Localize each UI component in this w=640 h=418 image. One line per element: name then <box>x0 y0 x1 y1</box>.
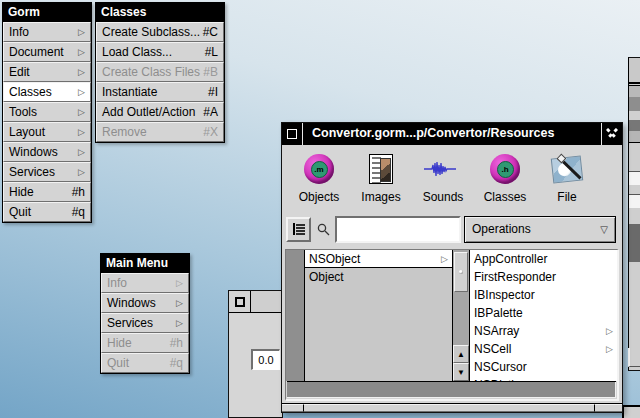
background-edit-window: 0.0 <box>228 290 283 418</box>
menu-item-shortcut: #C <box>203 25 218 39</box>
submenu-arrow-icon: ▷ <box>441 254 448 264</box>
palette-icon <box>629 85 640 143</box>
browser-column-2: AppController FirstResponder IBInspector… <box>470 250 617 381</box>
browser-row-object[interactable]: Object <box>305 268 452 286</box>
miniaturize-button[interactable] <box>282 123 303 145</box>
menu-item-hide[interactable]: Hide #h <box>3 182 91 202</box>
convertor-window: Convertor.gorm...p/Convertor/Resources .… <box>281 122 623 413</box>
menu-item-label: Remove <box>102 125 147 139</box>
browser-row-label: FirstResponder <box>474 270 556 284</box>
scroll-down-button[interactable]: ▼ <box>453 363 469 381</box>
menu-item-tools[interactable]: Tools ▷ <box>3 102 91 122</box>
close-button[interactable] <box>601 123 622 145</box>
gorm-menu: Gorm Info ▷ Document ▷ Edit ▷ Classes ▷ … <box>2 2 92 223</box>
browser-row-label: NSCell <box>474 342 511 356</box>
browser-row-label: NSArray <box>474 324 519 338</box>
classes-icon: .h <box>490 154 520 184</box>
submenu-arrow-icon: ▷ <box>606 326 613 336</box>
menu-item-label: Windows <box>9 145 58 159</box>
submenu-arrow-icon: ▷ <box>78 28 85 37</box>
menu-item-shortcut: #I <box>208 85 218 99</box>
menu-item-quit[interactable]: Quit #q <box>3 202 91 222</box>
menu-item-add-outlet-action[interactable]: Add Outlet/Action #A <box>96 102 224 122</box>
menu-item-windows[interactable]: Windows ▷ <box>3 142 91 162</box>
submenu-arrow-icon: ▷ <box>78 148 85 157</box>
browser-horizontal-scrollbar[interactable] <box>287 381 616 398</box>
classes-submenu-title[interactable]: Classes <box>96 3 224 22</box>
browser-row-label: AppController <box>474 252 547 266</box>
menu-item-load-class[interactable]: Load Class... #L <box>96 42 224 62</box>
browser-row-label: Object <box>309 270 344 284</box>
submenu-arrow-icon: ▷ <box>78 128 85 137</box>
chevron-down-icon: ▽ <box>600 224 608 235</box>
toolbar-item-file[interactable]: File <box>536 149 598 211</box>
toolbar-item-label: Classes <box>484 190 527 204</box>
gorm-menu-title[interactable]: Gorm <box>3 3 91 22</box>
toolbar-item-classes[interactable]: .h Classes <box>474 149 536 211</box>
menu-item-instantiate[interactable]: Instantiate #I <box>96 82 224 102</box>
menu-item-shortcut: #h <box>170 336 183 350</box>
resize-handle-left[interactable] <box>282 404 304 412</box>
resize-handle-middle[interactable] <box>304 404 594 412</box>
scroll-up-button[interactable]: ▲ <box>453 345 469 363</box>
submenu-arrow-icon: ▷ <box>606 344 613 354</box>
toolbar-item-sounds[interactable]: Sounds <box>412 149 474 211</box>
menu-item-layout[interactable]: Layout ▷ <box>3 122 91 142</box>
menu-item-label: Hide <box>9 185 34 199</box>
browser-row-ibinspector[interactable]: IBInspector <box>470 286 617 304</box>
submenu-arrow-icon: ▷ <box>176 319 183 328</box>
browser-left-scroller[interactable] <box>286 250 305 381</box>
browser-column-1: NSObject ▷ Object <box>305 250 453 381</box>
scrollbar-knob[interactable] <box>454 252 468 292</box>
window-titlebar[interactable] <box>229 291 282 313</box>
toolbar-item-objects[interactable]: .m Objects <box>288 149 350 211</box>
objects-icon-badge: .m <box>311 161 328 178</box>
window-resize-bar[interactable] <box>282 403 622 412</box>
window-titlebar[interactable]: Convertor.gorm...p/Convertor/Resources <box>282 123 622 145</box>
menu-item-info[interactable]: Info ▷ <box>3 22 91 42</box>
menu-item-label: Add Outlet/Action <box>102 105 195 119</box>
menu-item-label: Edit <box>9 65 30 79</box>
menu-item-shortcut: #B <box>203 65 218 79</box>
submenu-arrow-icon: ▷ <box>78 88 85 97</box>
sliver-titlebar[interactable] <box>629 58 640 84</box>
browser-row-nscell[interactable]: NSCell ▷ <box>470 340 617 358</box>
menu-item-document[interactable]: Document ▷ <box>3 42 91 62</box>
menu-item-label: Services <box>9 165 55 179</box>
menu-item-classes[interactable]: Classes ▷ <box>3 82 91 102</box>
operations-dropdown[interactable]: Operations ▽ <box>464 216 616 243</box>
menu-item-windows[interactable]: Windows ▷ <box>101 293 189 313</box>
browser-row-nsarray[interactable]: NSArray ▷ <box>470 322 617 340</box>
miniaturize-button[interactable] <box>229 291 251 312</box>
main-menu-title[interactable]: Main Menu <box>101 254 189 273</box>
toolbar-item-images[interactable]: Images <box>350 149 412 211</box>
menu-item-services[interactable]: Services ▷ <box>3 162 91 182</box>
file-icon <box>551 155 583 183</box>
browser-row-nscursor[interactable]: NSCursor <box>470 358 617 376</box>
submenu-arrow-icon: ▷ <box>78 68 85 77</box>
browser-row-firstresponder[interactable]: FirstResponder <box>470 268 617 286</box>
window-corner-fragment <box>622 405 640 418</box>
resize-handle-right[interactable] <box>594 404 622 412</box>
menu-item-label: Services <box>107 316 153 330</box>
menu-item-label: Quit <box>107 356 129 370</box>
browser-row-nsobject[interactable]: NSObject ▷ <box>305 250 452 268</box>
number-field[interactable]: 0.0 <box>251 349 280 370</box>
menu-item-label: Instantiate <box>102 85 157 99</box>
browser-row-appcontroller[interactable]: AppController <box>470 250 617 268</box>
menu-item-label: Hide <box>107 336 132 350</box>
menu-item-create-subclass[interactable]: Create Subclass... #C <box>96 22 224 42</box>
menu-item-shortcut: #L <box>205 45 218 59</box>
browser-vertical-scrollbar[interactable]: ▲ ▼ <box>453 250 470 381</box>
browser-row-ibpalette[interactable]: IBPalette <box>470 304 617 322</box>
images-icon <box>369 154 393 184</box>
menu-item-label: Classes <box>9 85 52 99</box>
sliver-row <box>629 194 640 208</box>
classes-icon-badge: .h <box>497 161 514 178</box>
search-input[interactable] <box>335 216 461 243</box>
browser-row-label: IBInspector <box>474 288 535 302</box>
menu-item-edit[interactable]: Edit ▷ <box>3 62 91 82</box>
menu-item-services[interactable]: Services ▷ <box>101 313 189 333</box>
outline-view-button[interactable] <box>286 217 311 242</box>
classes-submenu: Classes Create Subclass... #C Load Class… <box>95 2 225 143</box>
